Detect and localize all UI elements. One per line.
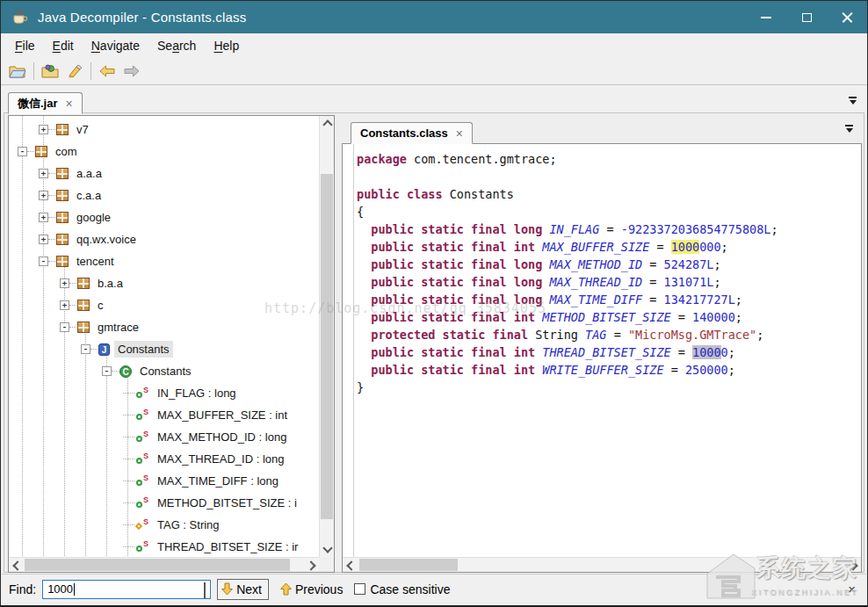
tree-item-a-a-a[interactable]: +a.a.a	[9, 163, 319, 184]
source-code-view: package com.tencent.gmtrace; public clas…	[343, 144, 861, 557]
tree-item-gmtrace[interactable]: -gmtrace	[9, 316, 319, 338]
tree-item-label: MAX_THREAD_ID : long	[154, 451, 288, 467]
tree-item-label: c.a.a	[73, 187, 105, 204]
tree-item-thread-bitset-size-ir[interactable]: STHREAD_BITSET_SIZE : ir	[9, 536, 319, 557]
expand-icon[interactable]: +	[39, 235, 48, 244]
tree-connector	[48, 173, 55, 174]
window-title: Java Decompiler - Constants.class	[38, 10, 247, 25]
tree-connector	[48, 217, 55, 218]
tree-connector	[48, 239, 55, 240]
collapse-icon[interactable]: -	[60, 322, 69, 332]
minimize-button[interactable]	[746, 1, 786, 33]
expand-icon[interactable]: +	[60, 278, 69, 288]
scroll-left-button[interactable]	[343, 558, 358, 573]
tree-item-c-a-a[interactable]: +c.a.a	[9, 184, 319, 206]
scrollbar-thumb[interactable]	[359, 559, 458, 571]
scrollbar-thumb[interactable]	[25, 559, 290, 571]
tree-item-max-time-diff-long[interactable]: SMAX_TIME_DIFF : long	[9, 470, 319, 492]
tree-horizontal-scrollbar[interactable]	[9, 557, 319, 572]
scroll-right-button[interactable]	[846, 558, 861, 573]
maximize-button[interactable]	[786, 1, 827, 33]
expand-icon[interactable]: +	[60, 300, 69, 310]
collapse-icon[interactable]: -	[18, 147, 27, 156]
menu-item-file[interactable]: File	[6, 36, 44, 55]
source-horizontal-scrollbar[interactable]	[343, 557, 861, 572]
expand-icon[interactable]: +	[39, 125, 48, 134]
tree-item-label: b.a.a	[94, 275, 127, 292]
find-input[interactable]: 1000	[42, 580, 211, 599]
source-tab-list-dropdown-icon[interactable]	[845, 125, 853, 133]
static-field-icon: S	[135, 430, 149, 444]
open-type-icon[interactable]	[38, 61, 62, 82]
tree-item-constants[interactable]: -JConstants	[9, 338, 319, 360]
tree-item-b-a-a[interactable]: +b.a.a	[9, 272, 319, 294]
tree-vertical-scrollbar[interactable]	[319, 116, 334, 557]
scroll-left-button[interactable]	[9, 558, 24, 573]
toolbar	[1, 58, 867, 85]
collapse-icon[interactable]: -	[39, 257, 48, 266]
tree-item-label: Constants	[114, 341, 173, 358]
tree-item-max-method-id-long[interactable]: SMAX_METHOD_ID : long	[9, 426, 319, 448]
scroll-up-button[interactable]	[320, 116, 335, 131]
scroll-right-button[interactable]	[304, 558, 319, 573]
tree-item-c[interactable]: +c	[9, 294, 319, 316]
find-bar: Find: 1000 Next Previous Case sensitive …	[2, 574, 866, 603]
case-sensitive-label: Case sensitive	[370, 582, 450, 596]
tree-item-in-flag-long[interactable]: SIN_FLAG : long	[9, 382, 319, 404]
find-next-button[interactable]: Next	[217, 579, 269, 600]
tree-connector	[123, 415, 134, 416]
menu-item-edit[interactable]: Edit	[44, 36, 83, 55]
forward-icon[interactable]	[119, 61, 144, 82]
up-arrow-icon	[280, 582, 292, 596]
close-button[interactable]	[827, 1, 867, 33]
tree-connector	[123, 459, 134, 459]
menu-item-search[interactable]: Search	[148, 36, 205, 55]
tree-connector	[123, 546, 134, 547]
package-tree[interactable]: +v7-com+a.a.a+c.a.a+google+qq.wx.voice-t…	[9, 116, 319, 557]
expand-icon[interactable]: +	[39, 213, 48, 222]
case-sensitive-option[interactable]: Case sensitive	[354, 582, 450, 596]
tree-item-max-thread-id-long[interactable]: SMAX_THREAD_ID : long	[9, 448, 319, 470]
tree-item-qq-wx-voice[interactable]: +qq.wx.voice	[9, 228, 319, 250]
class-icon: C	[119, 365, 132, 378]
package-tree-panel: +v7-com+a.a.a+c.a.a+google+qq.wx.voice-t…	[8, 115, 335, 573]
java-file-icon: J	[98, 343, 110, 356]
collapse-icon[interactable]: -	[81, 344, 90, 354]
source-tab-close-icon[interactable]: ×	[456, 129, 463, 138]
tree-item-v7[interactable]: +v7	[9, 119, 319, 141]
text-caret	[74, 583, 75, 596]
static-field-icon: S	[135, 452, 149, 466]
source-code-area[interactable]: package com.tencent.gmtrace; public clas…	[342, 143, 862, 573]
menu-item-navigate[interactable]: Navigate	[83, 36, 148, 55]
tree-item-method-bitset-size-i[interactable]: SMETHOD_BITSET_SIZE : i	[9, 492, 319, 514]
scrollbar-thumb[interactable]	[321, 174, 333, 519]
back-icon[interactable]	[95, 61, 119, 82]
tree-item-constants[interactable]: -CConstants	[9, 360, 319, 382]
tree-connector	[69, 283, 76, 284]
combo-dropdown-icon[interactable]	[204, 582, 206, 596]
tree-item-tencent[interactable]: -tencent	[9, 250, 319, 272]
menu-item-help[interactable]: Help	[205, 36, 248, 55]
jar-tab-close-icon[interactable]: ×	[66, 99, 73, 108]
tree-item-max-buffer-size-int[interactable]: SMAX_BUFFER_SIZE : int	[9, 404, 319, 426]
tab-weixin-jar[interactable]: 微信.jar ×	[8, 92, 83, 114]
tree-item-tag-string[interactable]: STAG : String	[9, 514, 319, 536]
code-line: public static final int THREAD_BITSET_SI…	[357, 343, 861, 361]
expand-icon[interactable]: +	[39, 169, 48, 178]
search-icon[interactable]	[62, 61, 87, 82]
tree-item-google[interactable]: +google	[9, 206, 319, 228]
toolbar-separator	[33, 62, 34, 80]
expand-icon[interactable]: +	[39, 191, 48, 200]
tree-item-com[interactable]: -com	[9, 141, 319, 163]
tree-item-label: com	[52, 143, 81, 160]
tree-connector	[123, 481, 134, 481]
open-file-icon[interactable]	[5, 61, 30, 82]
find-close-icon[interactable]: ×	[848, 582, 859, 596]
find-previous-button[interactable]: Previous	[275, 579, 348, 600]
case-sensitive-checkbox[interactable]	[354, 583, 365, 595]
collapse-icon[interactable]: -	[102, 366, 112, 376]
tree-item-label: qq.wx.voice	[73, 231, 140, 248]
scroll-down-button[interactable]	[320, 542, 335, 557]
tab-constants-class[interactable]: Constants.class ×	[351, 122, 473, 144]
jar-tab-list-dropdown-icon[interactable]	[849, 97, 857, 105]
